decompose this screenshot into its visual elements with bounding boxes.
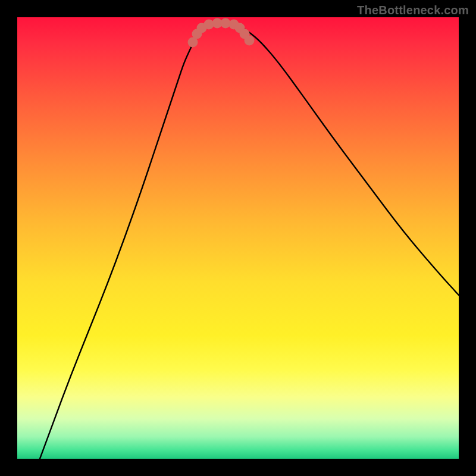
- watermark-text: TheBottleneck.com: [357, 4, 469, 17]
- bottleneck-curve-line: [40, 24, 459, 459]
- chart-svg: [17, 17, 459, 459]
- curve-marker: [245, 36, 255, 46]
- curve-markers: [188, 18, 255, 48]
- chart-plot-area: [17, 17, 459, 459]
